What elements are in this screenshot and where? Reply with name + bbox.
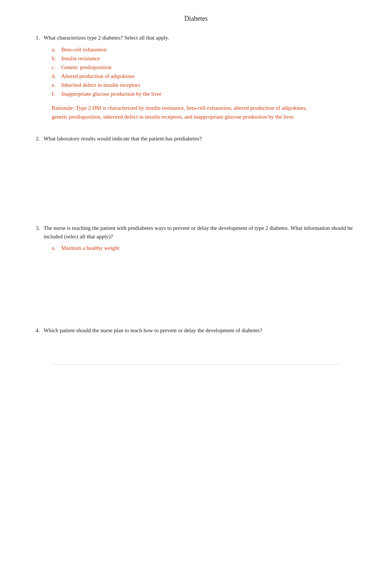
answer-letter-1-5: e. xyxy=(52,81,59,89)
question-number-3: 3. xyxy=(30,224,40,241)
answer-letter-1-6: f. xyxy=(52,89,59,98)
answer-letter-1-3: c. xyxy=(52,63,59,72)
answer-list-1: a.Beta-cell exhaustionb.Insulin resistan… xyxy=(52,45,362,98)
answer-text-1-4: Altered production of adipokines xyxy=(61,72,135,81)
answer-item-1-6: f.Inappropriate glucose production by th… xyxy=(52,89,362,98)
answer-letter-1-1: a. xyxy=(52,45,59,54)
page-title: Diabetes xyxy=(30,15,362,23)
answer-letter-3-1: a. xyxy=(52,244,59,252)
answer-text-3-1: Maintain a healthy weight xyxy=(61,244,119,252)
answer-text-1-2: Insulin resistance xyxy=(61,54,100,63)
question-row-2: 2.What laboratory results would indicate… xyxy=(30,135,362,143)
question-text-3: The nurse is teaching the patient with p… xyxy=(44,224,362,241)
question-block-1: 1.What characterizes type 2 diabetes? Se… xyxy=(30,34,362,121)
answer-item-1-3: c.Genetic predisposition xyxy=(52,63,362,72)
question-number-2: 2. xyxy=(30,135,40,143)
answer-list-3: a.Maintain a healthy weight xyxy=(52,244,362,252)
answer-text-1-1: Beta-cell exhaustion xyxy=(61,45,107,54)
answer-item-1-1: a.Beta-cell exhaustion xyxy=(52,45,362,54)
question-number-4: 4. xyxy=(30,326,40,335)
answer-text-1-6: Inappropriate glucose production by the … xyxy=(61,89,161,98)
answer-item-1-4: d.Altered production of adipokines xyxy=(52,72,362,81)
question-row-3: 3.The nurse is teaching the patient with… xyxy=(30,224,362,241)
question-row-1: 1.What characterizes type 2 diabetes? Se… xyxy=(30,34,362,42)
answer-letter-1-4: d. xyxy=(52,72,59,81)
answer-text-1-5: Inherited defect in insulin receptors xyxy=(61,81,140,89)
question-text-4: Which patient should the nurse plan to t… xyxy=(44,326,362,335)
question-block-4: 4.Which patient should the nurse plan to… xyxy=(30,326,362,335)
question-number-1: 1. xyxy=(30,34,40,42)
answer-item-1-2: b.Insulin resistance xyxy=(52,54,362,63)
rationale-1: Rationale: Type 2 DM is characterized by… xyxy=(52,103,310,121)
answer-letter-1-2: b. xyxy=(52,54,59,63)
question-block-3: 3.The nurse is teaching the patient with… xyxy=(30,224,362,252)
question-text-1: What characterizes type 2 diabetes? Sele… xyxy=(44,34,362,42)
question-block-2: 2.What laboratory results would indicate… xyxy=(30,135,362,143)
section-divider xyxy=(52,364,340,365)
answer-item-3-1: a.Maintain a healthy weight xyxy=(52,244,362,252)
answer-item-1-5: e.Inherited defect in insulin receptors xyxy=(52,81,362,89)
answer-text-1-3: Genetic predisposition xyxy=(61,63,111,72)
question-text-2: What laboratory results would indicate t… xyxy=(44,135,362,143)
question-row-4: 4.Which patient should the nurse plan to… xyxy=(30,326,362,335)
